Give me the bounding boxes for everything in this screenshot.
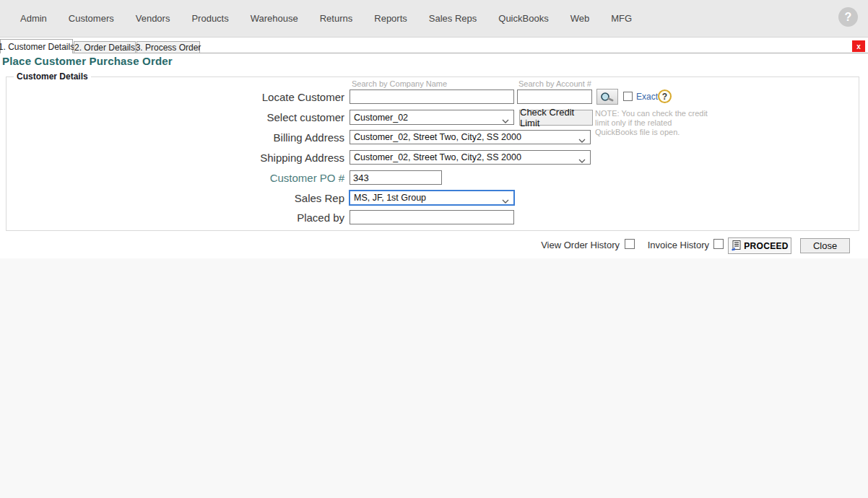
lower-background [0, 258, 868, 498]
search-button[interactable] [596, 89, 618, 105]
menu-item-sales-reps[interactable]: Sales Reps [418, 7, 487, 30]
shipping-address-dropdown[interactable]: Customer_02, Street Two, City2, SS 2000 [350, 150, 591, 165]
select-customer-dropdown[interactable]: Customer_02 [350, 110, 514, 125]
tab-customer-details[interactable]: 1. Customer Details [0, 39, 73, 53]
billing-address-value: Customer_02, Street Two, City2, SS 2000 [354, 132, 521, 142]
menu-item-quickbooks[interactable]: QuickBooks [487, 7, 559, 30]
credit-limit-note: NOTE: You can check the credit limit onl… [595, 109, 711, 138]
page-title: Place Customer Purchase Order [2, 55, 173, 67]
placed-by-input[interactable] [350, 210, 514, 224]
invoice-history-checkbox[interactable] [713, 239, 724, 249]
close-tab-icon[interactable]: x [852, 40, 865, 52]
menu-item-products[interactable]: Products [181, 7, 239, 30]
menu-item-web[interactable]: Web [560, 7, 601, 30]
select-customer-value: Customer_02 [354, 113, 408, 123]
proceed-icon [731, 240, 741, 251]
proceed-button-label: PROCEED [744, 241, 788, 251]
chevron-down-icon [578, 135, 586, 144]
proceed-button[interactable]: PROCEED [728, 237, 791, 254]
customer-po-input[interactable] [350, 170, 442, 185]
shipping-address-value: Customer_02, Street Two, City2, SS 2000 [354, 152, 521, 162]
help-icon[interactable]: ? [838, 7, 858, 27]
billing-address-label: Billing Address [0, 131, 344, 144]
company-search-hint: Search by Company Name [352, 79, 447, 88]
customer-po-label: Customer PO # [0, 172, 344, 184]
billing-address-dropdown[interactable]: Customer_02, Street Two, City2, SS 2000 [350, 130, 591, 144]
magnifier-icon [600, 92, 615, 102]
sales-rep-value: MS, JF, 1st Group [354, 193, 426, 203]
menu-item-mfg[interactable]: MFG [600, 7, 643, 30]
sales-rep-label: Sales Rep [0, 192, 344, 204]
locate-help-icon[interactable]: ? [658, 89, 672, 103]
menu-item-warehouse[interactable]: Warehouse [240, 7, 309, 30]
place-customer-purchase-order-window: Admin Customers Vendors Products Warehou… [0, 0, 868, 498]
check-credit-limit-button[interactable]: Check Credit Limit [519, 110, 593, 126]
shipping-address-label: Shipping Address [0, 152, 344, 164]
chevron-down-icon [578, 155, 586, 165]
menu-item-admin[interactable]: Admin [9, 7, 58, 30]
menu-item-reports[interactable]: Reports [363, 7, 418, 30]
menu-item-customers[interactable]: Customers [58, 7, 125, 30]
account-number-search-input[interactable] [517, 89, 592, 104]
sales-rep-dropdown[interactable]: MS, JF, 1st Group [349, 190, 515, 206]
view-order-history-label: View Order History [505, 240, 620, 250]
invoice-history-label: Invoice History [635, 240, 709, 250]
view-order-history-checkbox[interactable] [625, 239, 635, 249]
chevron-down-icon [502, 115, 509, 126]
exact-checkbox[interactable] [623, 92, 633, 101]
close-button[interactable]: Close [800, 238, 850, 253]
account-search-hint: Search by Account # [518, 79, 591, 88]
chevron-down-icon [502, 196, 509, 206]
menu-item-returns[interactable]: Returns [309, 7, 364, 30]
placed-by-label: Placed by [0, 211, 344, 224]
menu-item-vendors[interactable]: Vendors [125, 7, 181, 30]
tab-process-order[interactable]: 3. Process Order [136, 41, 200, 53]
tab-order-details[interactable]: 2. Order Details [74, 41, 136, 53]
top-menu-bar: Admin Customers Vendors Products Warehou… [0, 0, 868, 38]
groupbox-legend: Customer Details [14, 71, 91, 82]
exact-checkbox-label: Exact [636, 92, 658, 102]
select-customer-label: Select customer [0, 111, 344, 123]
locate-customer-label: Locate Customer [0, 91, 344, 103]
company-name-search-input[interactable] [350, 89, 514, 104]
